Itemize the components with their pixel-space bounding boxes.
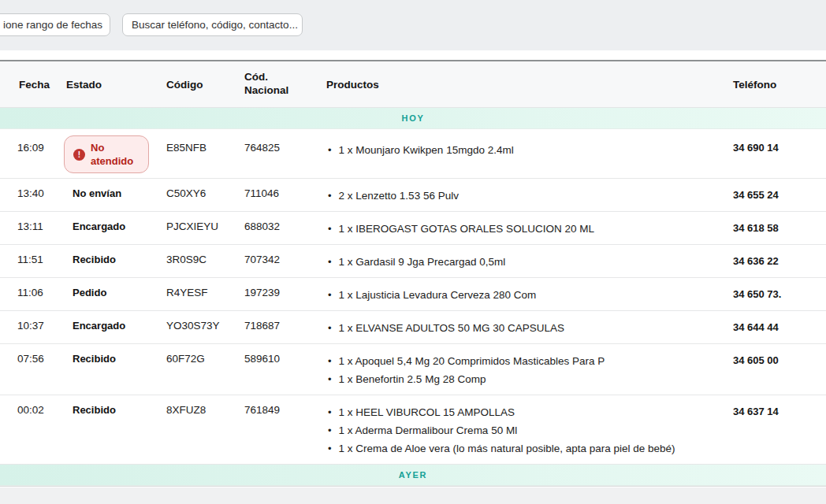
product-name: 1 x HEEL VIBURCOL 15 AMPOLLAS bbox=[339, 404, 515, 421]
order-row[interactable]: 13:11EncargadoPJCXIEYU688032•1 x IBEROGA… bbox=[0, 212, 826, 245]
product-name: 1 x Mounjaro Kwikpen 15mgdo 2.4ml bbox=[339, 142, 514, 158]
order-products: •1 x Lajusticia Levadura Cerveza 280 Com bbox=[326, 287, 733, 303]
status-label: No envían bbox=[73, 187, 121, 199]
column-header-cod-nacional: Cód. Nacional bbox=[244, 71, 326, 98]
search-input[interactable]: Buscar teléfono, código, contacto... × bbox=[122, 13, 303, 36]
alert-icon: ! bbox=[73, 149, 85, 161]
section-divider-ayer: AYER bbox=[0, 465, 826, 486]
bullet-icon: • bbox=[326, 254, 332, 270]
product-name: 1 x Aderma Dermalibour Crema 50 Ml bbox=[339, 422, 518, 439]
status-label: Recibido bbox=[73, 253, 116, 265]
order-code: 3R0S9C bbox=[166, 254, 244, 265]
order-code: E85NFB bbox=[166, 135, 244, 154]
order-phone: 34 650 73. bbox=[733, 287, 826, 300]
date-range-input[interactable]: ione rango de fechas bbox=[0, 13, 110, 36]
bullet-icon: • bbox=[326, 287, 332, 303]
bullet-icon: • bbox=[326, 422, 332, 439]
bullet-icon: • bbox=[326, 440, 332, 457]
product-line: •1 x ELVANSE ADULTOS 50 MG 30 CAPSULAS bbox=[326, 320, 733, 336]
bullet-icon: • bbox=[326, 404, 332, 421]
status-label: Recibido bbox=[73, 403, 116, 416]
order-products: •2 x Lenzetto 1.53 56 Pulv bbox=[326, 187, 733, 204]
order-national-code: 761849 bbox=[244, 404, 326, 416]
order-time: 00:02 bbox=[0, 404, 64, 416]
bullet-icon: • bbox=[326, 371, 332, 387]
order-phone: 34 636 22 bbox=[733, 254, 826, 267]
order-code: 60F72G bbox=[166, 353, 244, 365]
order-row[interactable]: 13:40No envíanC50XY6711046•2 x Lenzetto … bbox=[0, 179, 826, 212]
status-label: Pedido bbox=[73, 286, 106, 298]
order-status: Recibido bbox=[64, 353, 166, 365]
product-name: 1 x IBEROGAST GOTAS ORALES SOLUCION 20 M… bbox=[339, 220, 594, 237]
product-line: •1 x IBEROGAST GOTAS ORALES SOLUCION 20 … bbox=[326, 220, 733, 237]
order-status: Encargado bbox=[64, 220, 166, 232]
section-divider-hoy: HOY bbox=[0, 108, 826, 129]
table-header: Fecha Estado Código Cód. Nacional Produc… bbox=[0, 61, 826, 108]
column-header-estado: Estado bbox=[64, 79, 166, 91]
order-products: •1 x ELVANSE ADULTOS 50 MG 30 CAPSULAS bbox=[326, 320, 733, 336]
orders-table-body: HOY16:09!No atendidoE85NFB764825•1 x Mou… bbox=[0, 108, 826, 504]
order-code: C50XY6 bbox=[166, 187, 244, 199]
order-time: 07:56 bbox=[0, 353, 64, 365]
order-row[interactable]: 11:51Recibido3R0S9C707342•1 x Gardasil 9… bbox=[0, 245, 826, 278]
product-line: •1 x HEEL VIBURCOL 15 AMPOLLAS bbox=[326, 404, 733, 421]
product-name: 1 x Crema de Aloe vera (lo más natural p… bbox=[339, 440, 675, 457]
order-products: •1 x IBEROGAST GOTAS ORALES SOLUCION 20 … bbox=[326, 220, 733, 237]
order-time: 11:51 bbox=[0, 254, 64, 265]
column-header-productos: Productos bbox=[326, 79, 733, 91]
order-time: 13:40 bbox=[0, 187, 64, 199]
order-national-code: 688032 bbox=[244, 220, 326, 232]
order-row[interactable]: 10:37EncargadoYO30S73Y718687•1 x ELVANSE… bbox=[0, 311, 826, 344]
product-line: •1 x Crema de Aloe vera (lo más natural … bbox=[326, 440, 733, 457]
order-phone: 34 655 24 bbox=[733, 187, 826, 201]
product-line: •2 x Lenzetto 1.53 56 Pulv bbox=[326, 187, 733, 204]
order-status: Recibido bbox=[64, 254, 166, 265]
product-name: 1 x ELVANSE ADULTOS 50 MG 30 CAPSULAS bbox=[339, 320, 564, 336]
product-line: •1 x Aderma Dermalibour Crema 50 Ml bbox=[326, 422, 733, 439]
product-name: 1 x Benefortin 2.5 Mg 28 Comp bbox=[339, 371, 486, 387]
order-code: R4YESF bbox=[166, 287, 244, 298]
order-products: •1 x Apoquel 5,4 Mg 20 Comprimidos Masti… bbox=[326, 353, 733, 387]
order-time: 11:06 bbox=[0, 287, 64, 298]
order-products: •1 x HEEL VIBURCOL 15 AMPOLLAS•1 x Aderm… bbox=[326, 404, 733, 457]
order-phone: 34 644 44 bbox=[733, 320, 826, 333]
product-name: 2 x Lenzetto 1.53 56 Pulv bbox=[339, 187, 459, 204]
status-label: Encargado bbox=[73, 319, 125, 332]
product-line: •1 x Apoquel 5,4 Mg 20 Comprimidos Masti… bbox=[326, 353, 733, 369]
column-header-fecha: Fecha bbox=[0, 79, 64, 91]
bullet-icon: • bbox=[326, 142, 332, 158]
order-status: !No atendido bbox=[64, 135, 166, 173]
bullet-icon: • bbox=[326, 353, 332, 369]
section-label: AYER bbox=[399, 470, 427, 480]
order-time: 16:09 bbox=[0, 135, 64, 154]
order-status: Recibido bbox=[64, 404, 166, 416]
column-header-telefono: Teléfono bbox=[733, 79, 826, 91]
order-phone: 34 690 14 bbox=[733, 135, 826, 154]
order-phone: 34 605 00 bbox=[733, 353, 826, 366]
order-national-code: 707342 bbox=[244, 254, 326, 265]
bullet-icon: • bbox=[326, 187, 332, 204]
order-phone: 34 618 58 bbox=[733, 220, 826, 234]
order-row[interactable]: 00:02Recibido8XFUZ8761849•1 x HEEL VIBUR… bbox=[0, 395, 826, 465]
status-label: Recibido bbox=[73, 352, 116, 365]
status-badge-label: No atendido bbox=[91, 141, 140, 168]
order-national-code: 589610 bbox=[244, 353, 326, 365]
order-national-code: 764825 bbox=[244, 135, 326, 154]
order-status: Pedido bbox=[64, 287, 166, 298]
order-time: 13:11 bbox=[0, 220, 64, 232]
product-name: 1 x Lajusticia Levadura Cerveza 280 Com bbox=[339, 287, 537, 303]
order-status: Encargado bbox=[64, 320, 166, 332]
order-products: •1 x Mounjaro Kwikpen 15mgdo 2.4ml bbox=[326, 135, 733, 158]
orders-screen: ione rango de fechas Buscar teléfono, có… bbox=[0, 0, 826, 504]
column-header-codigo: Código bbox=[166, 79, 244, 91]
status-badge: !No atendido bbox=[64, 135, 149, 173]
order-row[interactable]: 11:06PedidoR4YESF197239•1 x Lajusticia L… bbox=[0, 278, 826, 311]
order-row[interactable]: 16:09!No atendidoE85NFB764825•1 x Mounja… bbox=[0, 129, 826, 179]
product-line: •1 x Gardasil 9 Jga Precargad 0,5ml bbox=[326, 254, 733, 270]
order-national-code: 718687 bbox=[244, 320, 326, 332]
order-row[interactable]: 07:56Recibido60F72G589610•1 x Apoquel 5,… bbox=[0, 344, 826, 395]
order-status: No envían bbox=[64, 187, 166, 199]
order-products: •1 x Gardasil 9 Jga Precargad 0,5ml bbox=[326, 254, 733, 270]
bullet-icon: • bbox=[326, 320, 332, 336]
below-table-area bbox=[0, 486, 826, 504]
